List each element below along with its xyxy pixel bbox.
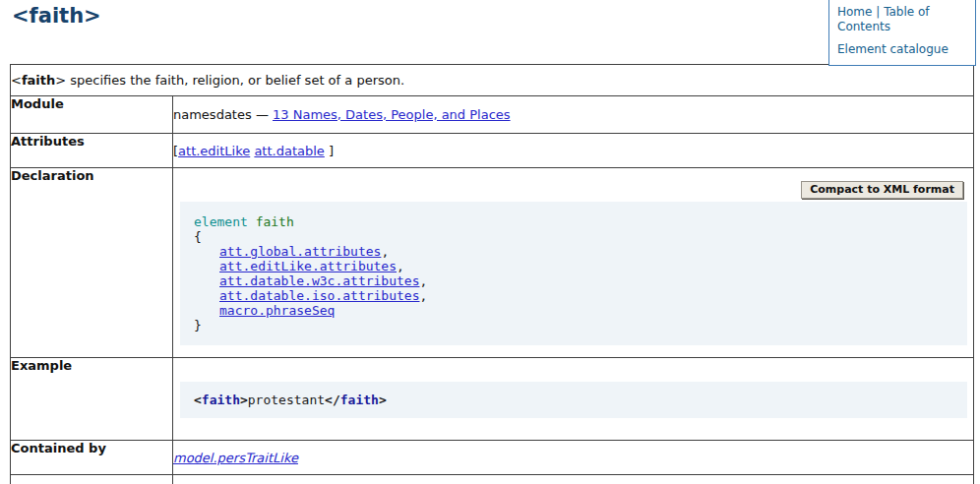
module-row: Module namesdates — 13 Names, Dates, Peo… — [11, 96, 974, 134]
code-member-line: att.editLike.attributes, — [194, 259, 953, 273]
clipped-value-cell — [173, 475, 974, 484]
nav-line-1: Home | Table of Contents — [837, 5, 967, 34]
description-text: specifies the faith, religion, or belief… — [70, 73, 404, 88]
nav-home-link[interactable]: Home — [837, 5, 872, 19]
contained-by-row: Contained by model.persTraitLike — [11, 441, 974, 475]
code-line-open-brace: { — [194, 229, 953, 244]
table-row-clipped — [11, 475, 974, 484]
code-keyword: element — [194, 214, 248, 229]
attributes-value-cell: [att.editLike att.datable ] — [173, 134, 974, 168]
example-value-cell: <faith>protestant</faith> — [173, 358, 974, 441]
example-close-tag-name: faith — [340, 393, 379, 407]
example-row: Example <faith>protestant</faith> — [11, 358, 974, 441]
code-line-close-brace: } — [194, 318, 953, 333]
description-tag-close: > — [55, 73, 66, 88]
module-value-cell: namesdates — 13 Names, Dates, People, an… — [173, 96, 974, 134]
contained-by-label: Contained by — [11, 441, 173, 475]
example-code-block: <faith>protestant</faith> — [180, 382, 967, 418]
declaration-row: Declaration Compact to XML format elemen… — [11, 168, 974, 358]
nav-element-catalogue-link[interactable]: Element catalogue — [837, 42, 949, 56]
declaration-value-cell: Compact to XML format element faith { at… — [173, 168, 974, 358]
att-datable-link[interactable]: att.datable — [254, 144, 324, 158]
att-editlike-link[interactable]: att.editLike — [178, 144, 250, 158]
att-datable-iso-attributes-link[interactable]: att.datable.iso.attributes — [219, 288, 420, 303]
clipped-label-cell — [11, 475, 173, 484]
nav-line-2: Element catalogue — [837, 42, 967, 57]
declaration-code-block: element faith { att.global.attributes, a… — [180, 202, 967, 345]
element-spec-table: <faith> specifies the faith, religion, o… — [10, 64, 974, 484]
att-global-attributes-link[interactable]: att.global.attributes — [219, 244, 381, 259]
declaration-toolbar: Compact to XML format — [173, 181, 963, 199]
example-open-tag-name: faith — [202, 393, 240, 407]
code-member-line: att.global.attributes, — [194, 244, 953, 259]
description-tag-name: faith — [22, 73, 55, 88]
description-cell: <faith> specifies the faith, religion, o… — [11, 65, 974, 96]
example-label: Example — [11, 358, 173, 441]
description-tag-open: < — [11, 73, 22, 88]
att-datable-w3c-attributes-link[interactable]: att.datable.w3c.attributes — [219, 273, 420, 288]
module-chapter-link[interactable]: 13 Names, Dates, People, and Places — [273, 107, 511, 122]
code-member-line: macro.phraseSeq — [194, 303, 953, 318]
attributes-label: Attributes — [11, 134, 173, 168]
declaration-label: Declaration — [11, 168, 173, 358]
macro-phraseseq-link[interactable]: macro.phraseSeq — [219, 303, 335, 318]
contained-by-value-cell: model.persTraitLike — [173, 441, 974, 475]
attributes-row: Attributes [att.editLike att.datable ] — [11, 134, 974, 168]
description-row: <faith> specifies the faith, religion, o… — [11, 65, 974, 96]
module-dash: — — [256, 107, 269, 122]
model-perstraitlike-link[interactable]: model.persTraitLike — [173, 451, 298, 465]
code-member-line: att.datable.iso.attributes, — [194, 288, 953, 303]
example-text: protestant — [248, 393, 325, 407]
top-nav: Home | Table of Contents Element catalog… — [828, 0, 976, 66]
code-line-element: element faith — [194, 214, 953, 229]
nav-separator: | — [876, 5, 880, 19]
module-name: namesdates — [173, 107, 252, 122]
compact-to-xml-button[interactable]: Compact to XML format — [801, 181, 963, 199]
code-member-line: att.datable.w3c.attributes, — [194, 273, 953, 288]
attributes-bracket-close: ] — [329, 144, 334, 158]
att-editlike-attributes-link[interactable]: att.editLike.attributes — [219, 259, 397, 273]
module-label: Module — [11, 96, 173, 134]
code-element-name: faith — [256, 214, 294, 229]
